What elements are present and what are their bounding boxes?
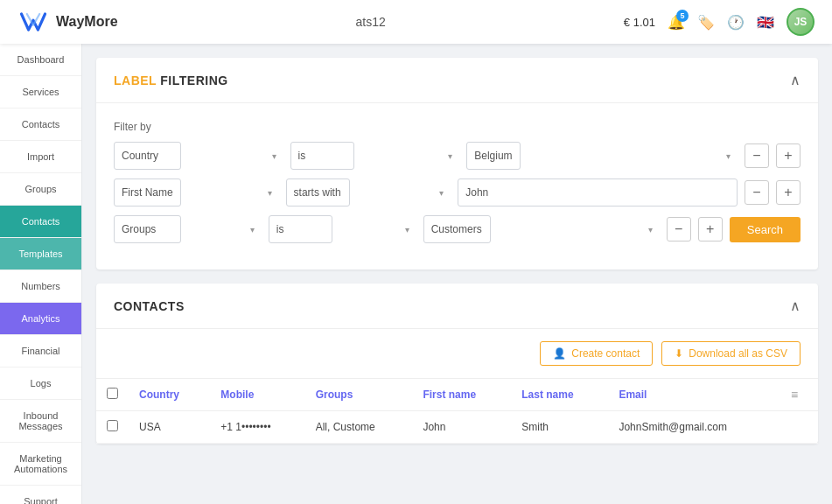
operator-select-wrapper-3: is is not starts with ends with contains xyxy=(269,215,416,243)
row-email: JohnSmith@gmail.com xyxy=(608,411,780,444)
search-button[interactable]: Search xyxy=(730,217,801,242)
filter-row-3: Groups Country First Name Last Name Emai… xyxy=(114,215,801,243)
th-mobile[interactable]: Mobile xyxy=(210,379,304,411)
label-filtering-title: LABEL FILTERING xyxy=(114,74,228,88)
row-country: USA xyxy=(129,411,210,444)
filter-row-2: First Name Country Groups Last Name Emai… xyxy=(114,178,801,206)
row-groups: All, Custome xyxy=(305,411,413,444)
sidebar-item-support[interactable]: Support xyxy=(0,486,81,504)
title-filtering-part: FILTERING xyxy=(160,74,227,88)
remove-filter-1[interactable]: − xyxy=(745,144,769,168)
bell-icon[interactable]: 🔔 5 xyxy=(668,13,685,31)
operator-select-2[interactable]: starts with is is not ends with contains xyxy=(286,178,350,206)
filter-by-label: Filter by xyxy=(114,121,801,133)
th-country[interactable]: Country xyxy=(129,379,210,411)
logo-icon xyxy=(17,9,49,35)
field-select-2[interactable]: First Name Country Groups Last Name Emai… xyxy=(114,178,181,206)
filter-row-1: Country First Name Groups Last Name Emai… xyxy=(114,142,801,170)
add-filter-1[interactable]: + xyxy=(776,144,801,168)
row-actions[interactable] xyxy=(780,411,818,444)
download-label: Download all as CSV xyxy=(689,347,787,360)
remove-filter-3[interactable]: − xyxy=(667,217,691,242)
contacts-section-header: CONTACTS ∧ xyxy=(96,284,818,329)
field-select-1[interactable]: Country First Name Groups Last Name Emai… xyxy=(114,142,181,170)
clock-icon[interactable]: 🕐 xyxy=(727,13,745,31)
sidebar-item-groups[interactable]: Groups xyxy=(0,173,81,206)
avatar[interactable]: JS xyxy=(787,8,815,36)
label-filtering-section: LABEL FILTERING ∧ Filter by Country Firs… xyxy=(96,58,818,270)
value-select-wrapper-1: Belgium USA UK xyxy=(466,142,738,170)
th-lastname[interactable]: Last name xyxy=(511,379,608,411)
bookmark-icon[interactable]: 🏷️ xyxy=(697,13,715,31)
field-select-3[interactable]: Groups Country First Name Last Name Emai… xyxy=(114,215,181,243)
label-filtering-header: LABEL FILTERING ∧ xyxy=(96,58,818,103)
operator-select-3[interactable]: is is not starts with ends with contains xyxy=(269,215,332,243)
sidebar-item-templates[interactable]: Templates xyxy=(0,238,81,270)
sidebar-item-import[interactable]: Import xyxy=(0,141,81,173)
value-select-3[interactable]: Customers All VIP xyxy=(423,215,491,243)
filter-area: Filter by Country First Name Groups Last… xyxy=(96,103,818,270)
sidebar-item-inbound[interactable]: Inbound Messages xyxy=(0,400,81,443)
layout: Dashboard Services Contacts Import Group… xyxy=(0,44,832,504)
operator-select-wrapper-2: starts with is is not ends with contains xyxy=(286,178,451,206)
notification-badge: 5 xyxy=(676,10,689,22)
account-name: ats12 xyxy=(356,15,386,29)
balance: € 1.01 xyxy=(624,16,655,29)
field-select-wrapper-3: Groups Country First Name Last Name Emai… xyxy=(114,215,262,243)
th-groups[interactable]: Groups xyxy=(305,379,413,411)
sidebar: Dashboard Services Contacts Import Group… xyxy=(0,44,82,504)
app-name: WayMore xyxy=(56,14,118,30)
contacts-table: Country Mobile Groups First name Last na… xyxy=(96,379,818,444)
flag-icon[interactable]: 🇬🇧 xyxy=(757,13,774,31)
operator-select-wrapper-1: is is not starts with ends with contains xyxy=(290,142,460,170)
title-label-part: LABEL xyxy=(114,74,157,88)
value-input-2[interactable] xyxy=(458,178,738,206)
create-contact-button[interactable]: 👤 Create contact xyxy=(540,341,653,366)
contacts-table-wrap: Country Mobile Groups First name Last na… xyxy=(96,379,818,444)
table-header-row: Country Mobile Groups First name Last na… xyxy=(96,379,818,411)
row-select-checkbox[interactable] xyxy=(107,420,118,431)
th-menu[interactable]: ≡ xyxy=(780,379,818,411)
contacts-section-title: CONTACTS xyxy=(114,299,185,313)
navbar-right: € 1.01 🔔 5 🏷️ 🕐 🇬🇧 JS xyxy=(624,8,815,36)
sidebar-item-financial[interactable]: Financial xyxy=(0,335,81,368)
value-select-wrapper-3: Customers All VIP xyxy=(423,215,660,243)
remove-filter-2[interactable]: − xyxy=(745,180,769,205)
row-checkbox[interactable] xyxy=(96,411,129,444)
main-content: LABEL FILTERING ∧ Filter by Country Firs… xyxy=(82,44,832,504)
sidebar-item-contacts-main[interactable]: Contacts xyxy=(0,108,81,141)
sidebar-item-dashboard[interactable]: Dashboard xyxy=(0,44,81,76)
add-filter-2[interactable]: + xyxy=(776,180,801,205)
row-lastname: Smith xyxy=(511,411,608,444)
create-contact-icon: 👤 xyxy=(553,347,566,360)
navbar: WayMore ats12 € 1.01 🔔 5 🏷️ 🕐 🇬🇧 JS xyxy=(0,0,832,44)
sidebar-item-contacts-sub[interactable]: Contacts xyxy=(0,206,81,238)
field-select-wrapper-2: First Name Country Groups Last Name Emai… xyxy=(114,178,279,206)
th-checkbox xyxy=(96,379,129,411)
th-email[interactable]: Email xyxy=(608,379,780,411)
field-select-wrapper-1: Country First Name Groups Last Name Emai… xyxy=(114,142,283,170)
contacts-section: CONTACTS ∧ 👤 Create contact ⬇ Download a… xyxy=(96,284,818,444)
row-firstname: John xyxy=(412,411,511,444)
select-all-checkbox[interactable] xyxy=(107,388,118,399)
table-row: USA +1 1•••••••• All, Custome John Smith… xyxy=(96,411,818,444)
th-firstname[interactable]: First name xyxy=(412,379,511,411)
contacts-collapse-icon[interactable]: ∧ xyxy=(790,298,801,314)
download-csv-button[interactable]: ⬇ Download all as CSV xyxy=(661,341,801,366)
row-mobile: +1 1•••••••• xyxy=(210,411,304,444)
download-icon: ⬇ xyxy=(675,347,683,360)
collapse-icon[interactable]: ∧ xyxy=(790,72,801,88)
contacts-toolbar: 👤 Create contact ⬇ Download all as CSV xyxy=(96,329,818,379)
sidebar-item-services[interactable]: Services xyxy=(0,76,81,108)
add-filter-3[interactable]: + xyxy=(698,217,723,242)
sidebar-item-logs[interactable]: Logs xyxy=(0,368,81,400)
operator-select-1[interactable]: is is not starts with ends with contains xyxy=(290,142,354,170)
logo[interactable]: WayMore xyxy=(17,9,118,35)
create-contact-label: Create contact xyxy=(571,347,640,360)
sidebar-item-analytics[interactable]: Analytics xyxy=(0,303,81,335)
value-select-1[interactable]: Belgium USA UK xyxy=(466,142,521,170)
sidebar-item-numbers[interactable]: Numbers xyxy=(0,270,81,303)
sidebar-item-marketing[interactable]: Marketing Automations xyxy=(0,443,81,486)
